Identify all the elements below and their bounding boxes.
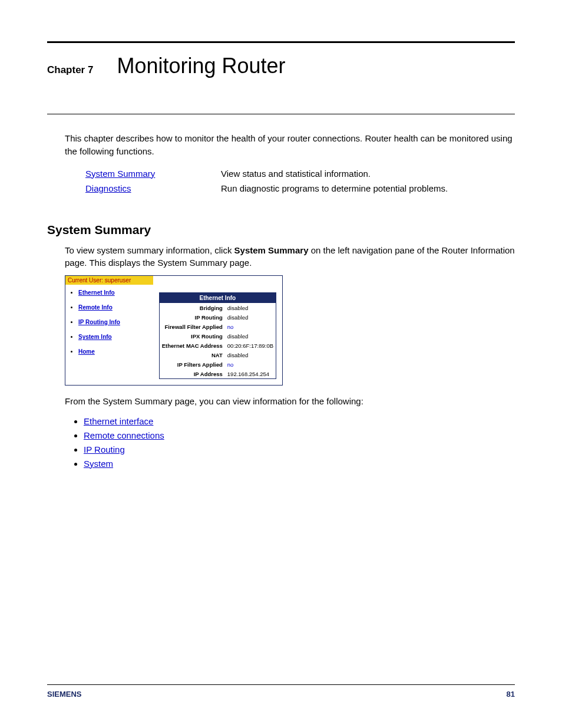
functions-table: System Summary View status and statistic…	[85, 166, 448, 196]
chapter-label: Chapter 7	[47, 64, 93, 76]
info-row-label: Ethernet MAC Address	[159, 341, 225, 350]
info-row-value[interactable]: no	[225, 322, 276, 331]
info-row-value[interactable]: no	[225, 360, 276, 369]
section-paragraph: To view system summary information, clic…	[65, 244, 515, 270]
info-table-header: Ethernet Info	[159, 293, 276, 304]
link-ethernet-interface[interactable]: Ethernet interface	[84, 416, 153, 426]
nav-list: Ethernet Info Remote Info IP Routing Inf…	[78, 289, 153, 355]
current-user-bar: Current User: superuser	[65, 276, 153, 285]
nav-link-home[interactable]: Home	[78, 348, 95, 355]
info-row-label: IP Address	[159, 369, 225, 379]
list-item: Ethernet interface	[84, 416, 515, 426]
link-diagnostics[interactable]: Diagnostics	[85, 183, 131, 193]
para-pre: To view system summary information, clic…	[65, 245, 234, 255]
nav-link-system-info[interactable]: System Info	[78, 334, 112, 340]
info-row-value: disabled	[225, 350, 276, 360]
para-bold: System Summary	[234, 245, 309, 255]
info-row-label: IP Filters Applied	[159, 360, 225, 369]
follow-paragraph: From the System Summary page, you can vi…	[65, 395, 515, 408]
info-row-value: disabled	[225, 303, 276, 312]
func-desc: View status and statistical information.	[221, 166, 448, 181]
info-row-label: Bridging	[159, 303, 225, 312]
ethernet-info-table: Ethernet Info Bridgingdisabled IP Routin…	[159, 292, 276, 379]
info-row-value: disabled	[225, 331, 276, 341]
nav-link-ip-routing-info[interactable]: IP Routing Info	[78, 319, 120, 325]
nav-item: IP Routing Info	[78, 319, 153, 325]
info-column: Ethernet Info Bridgingdisabled IP Routin…	[153, 276, 282, 385]
info-row-label: Firewall Filter Applied	[159, 322, 225, 331]
info-row-value: disabled	[225, 312, 276, 322]
section-heading-system-summary: System Summary	[47, 223, 515, 237]
nav-item: Home	[78, 348, 153, 355]
footer-brand: SIEMENS	[47, 690, 82, 699]
info-row-label: NAT	[159, 350, 225, 360]
info-row-value: 192.168.254.254	[225, 369, 276, 379]
info-row-label: IPX Routing	[159, 331, 225, 341]
footer-page-number: 81	[507, 690, 515, 699]
nav-link-ethernet-info[interactable]: Ethernet Info	[78, 289, 115, 296]
list-item: System	[84, 459, 515, 469]
info-row-label: IP Routing	[159, 312, 225, 322]
chapter-title: Monitoring Router	[117, 54, 285, 78]
list-item: IP Routing	[84, 444, 515, 454]
nav-item: System Info	[78, 334, 153, 340]
list-item: Remote connections	[84, 430, 515, 440]
link-remote-connections[interactable]: Remote connections	[84, 430, 164, 440]
info-row-value: 00:20:6F:17:89:0B	[225, 341, 276, 350]
link-system-summary[interactable]: System Summary	[85, 169, 155, 179]
page-footer: SIEMENS 81	[47, 684, 515, 699]
link-ip-routing[interactable]: IP Routing	[84, 444, 125, 454]
bullet-list: Ethernet interface Remote connections IP…	[84, 416, 515, 469]
link-system[interactable]: System	[84, 459, 113, 469]
nav-column: Current User: superuser Ethernet Info Re…	[65, 276, 153, 385]
embedded-screenshot: Current User: superuser Ethernet Info Re…	[65, 275, 283, 386]
chapter-header: Chapter 7 Monitoring Router	[47, 54, 515, 78]
nav-item: Remote Info	[78, 304, 153, 311]
nav-item: Ethernet Info	[78, 289, 153, 296]
intro-paragraph: This chapter describes how to monitor th…	[65, 132, 515, 158]
nav-link-remote-info[interactable]: Remote Info	[78, 304, 113, 311]
func-desc: Run diagnostic programs to determine pot…	[221, 181, 448, 196]
